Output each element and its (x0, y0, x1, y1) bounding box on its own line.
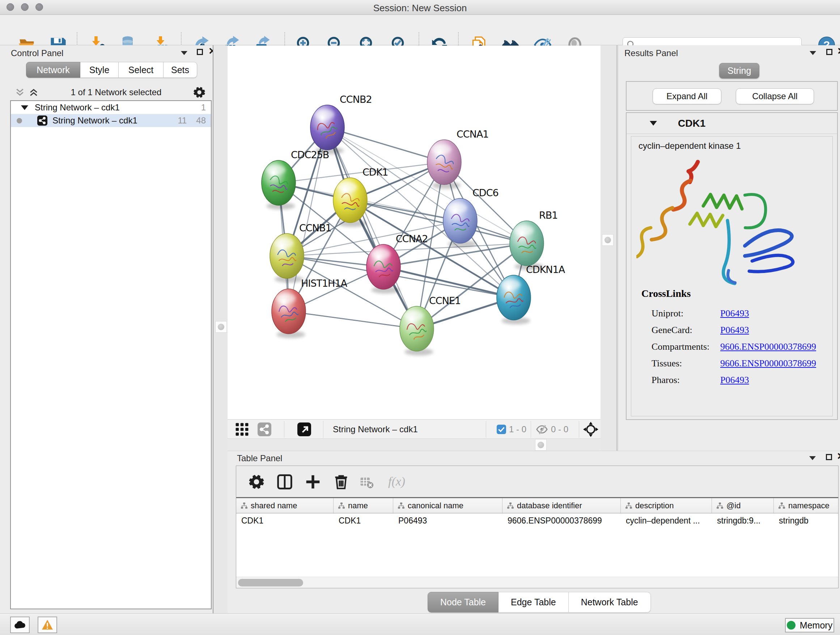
cell-namespace[interactable]: stringdb (774, 513, 838, 528)
network-view-toolbar: String Network – cdk1 1 - 0 0 - 0 (227, 419, 600, 439)
panel-close-icon[interactable]: ✕ (837, 48, 840, 54)
share-view-icon[interactable] (257, 423, 271, 436)
tab-network-table[interactable]: Network Table (569, 592, 651, 613)
column-header-shared-name[interactable]: shared name (236, 498, 333, 513)
window-title: Session: New Session (0, 3, 840, 14)
tab-edge-table[interactable]: Edge Table (499, 592, 569, 613)
protein-structure-image (636, 155, 806, 286)
panel-float-icon[interactable] (826, 49, 832, 55)
node-RB1[interactable]: RB1 (510, 210, 557, 270)
panel-float-icon[interactable] (826, 454, 832, 460)
edge-CCNA2-CDKN1A[interactable] (384, 267, 514, 298)
left-splitter-handle[interactable] (215, 321, 227, 333)
show-columns-icon[interactable] (277, 474, 293, 490)
grid-view-icon[interactable] (235, 423, 249, 436)
column-header-name[interactable]: name (333, 498, 393, 513)
column-header-canonical-name[interactable]: canonical name (393, 498, 502, 513)
collapse-all-button[interactable]: Collapse All (736, 88, 814, 104)
table-gear-icon[interactable] (248, 474, 264, 490)
birds-eye-icon[interactable] (583, 422, 598, 437)
tab-style[interactable]: Style (80, 62, 118, 78)
panel-menu-icon[interactable] (810, 51, 816, 55)
entry-gene-name: CDK1 (678, 118, 706, 129)
table-row[interactable]: CDK1CDK1P064939606.ENSP00000378699cyclin… (236, 513, 838, 528)
results-entry-box: CDK1 cyclin–dependent kinase 1 (626, 112, 838, 420)
column-type-icon (398, 502, 405, 509)
edge-count: 48 (196, 116, 206, 126)
view-toolbar-separator (486, 421, 486, 438)
panel-close-icon[interactable]: ✕ (837, 453, 840, 459)
control-panel-title: Control Panel (11, 48, 63, 58)
tree-expander-icon[interactable] (21, 105, 28, 110)
expand-all-icon[interactable] (28, 87, 39, 98)
column-header-database-identifier[interactable]: database identifier (502, 498, 621, 513)
edge-CCNE1-CCNB2[interactable] (327, 127, 417, 329)
export-view-icon[interactable] (297, 423, 311, 436)
node-CDKN1A[interactable]: CDKN1A (497, 264, 565, 325)
edge-CCNB2-CCNA1[interactable] (327, 127, 444, 162)
network-row-selected[interactable]: String Network – cdk1 11 48 (11, 114, 211, 127)
entry-header[interactable]: CDK1 (627, 113, 837, 134)
node-CCNB1[interactable]: CCNB1 (270, 222, 332, 283)
column-type-icon (625, 502, 632, 509)
crosslink-link[interactable]: P06493 (720, 308, 749, 319)
network-graph[interactable]: CCNB2CCNA1CDC25BCDK1CDC6RB1CCNB1CCNA2CDK… (227, 46, 600, 419)
cell--id[interactable]: stringdb:9... (712, 513, 774, 528)
entry-expander-icon[interactable] (650, 121, 657, 126)
tab-select[interactable]: Select (118, 62, 164, 78)
node-HIST1H1A[interactable]: HIST1H1A (272, 278, 347, 338)
cell-canonical-name[interactable]: P06493 (393, 513, 502, 528)
memory-button[interactable]: Memory (785, 618, 834, 632)
cell-description[interactable]: cyclin–dependent ... (621, 513, 712, 528)
node-CDC25B[interactable]: CDC25B (262, 149, 329, 210)
warning-icon (42, 619, 53, 630)
edge-CDK1-RB1[interactable] (350, 200, 527, 243)
table-hscrollbar[interactable] (236, 577, 838, 588)
network-collection-row[interactable]: String Network – cdk1 1 (11, 101, 211, 114)
column-header-description[interactable]: description (621, 498, 712, 513)
tab-network[interactable]: Network (26, 62, 80, 78)
horizontal-splitter-handle[interactable] (535, 439, 546, 451)
tab-string[interactable]: String (719, 63, 759, 79)
table-header-row: shared namenamecanonical namedatabase id… (236, 498, 838, 513)
panel-menu-icon[interactable] (181, 51, 187, 55)
node-CCNE1[interactable]: CCNE1 (400, 295, 461, 356)
column-header-namespace[interactable]: namespace (774, 498, 838, 513)
function-builder-icon[interactable]: f(x) (388, 475, 405, 488)
left-splitter[interactable] (213, 45, 227, 613)
column-header--id[interactable]: @id (712, 498, 774, 513)
tab-sets[interactable]: Sets (164, 62, 197, 78)
selected-checkbox-icon[interactable] (497, 424, 506, 434)
panel-float-icon[interactable] (197, 49, 203, 55)
node-count: 11 (178, 116, 187, 126)
horizontal-splitter[interactable] (227, 439, 600, 451)
panel-menu-icon[interactable] (809, 456, 816, 460)
right-splitter-handle[interactable] (602, 234, 614, 246)
crosslink-link[interactable]: 9606.ENSP00000378699 (720, 358, 816, 369)
delete-column-icon[interactable] (333, 474, 349, 490)
cloud-button[interactable] (10, 616, 30, 633)
crosslink-link[interactable]: 9606.ENSP00000378699 (720, 341, 816, 352)
column-type-icon (507, 502, 514, 509)
cell-database-identifier[interactable]: 9606.ENSP00000378699 (502, 513, 621, 528)
cell-shared-name[interactable]: CDK1 (236, 513, 333, 528)
crosslink-link[interactable]: P06493 (720, 325, 749, 336)
network-canvas[interactable]: CCNB2CCNA1CDC25BCDK1CDC6RB1CCNB1CCNA2CDK… (227, 46, 600, 419)
table-hscrollbar-thumb[interactable] (238, 579, 303, 586)
tab-node-table[interactable]: Node Table (428, 592, 499, 613)
edge-CCNE1-HIST1H1A[interactable] (289, 311, 417, 329)
node-CCNA1[interactable]: CCNA1 (427, 128, 489, 189)
hidden-eye-icon[interactable] (536, 423, 548, 435)
node-CDC6[interactable]: CDC6 (443, 187, 499, 248)
cell-name[interactable]: CDK1 (333, 513, 393, 528)
network-tree: String Network – cdk1 1 String Network –… (10, 100, 212, 609)
network-share-icon (37, 116, 47, 126)
gear-icon[interactable] (193, 86, 205, 98)
warning-button[interactable] (38, 616, 57, 633)
expand-all-button[interactable]: Expand All (653, 88, 722, 104)
add-column-icon[interactable] (305, 474, 321, 490)
node-CCNB2[interactable]: CCNB2 (310, 94, 372, 154)
collapse-all-icon[interactable] (14, 87, 25, 98)
crosslink-link[interactable]: P06493 (720, 375, 749, 386)
delete-table-icon[interactable] (360, 475, 374, 489)
